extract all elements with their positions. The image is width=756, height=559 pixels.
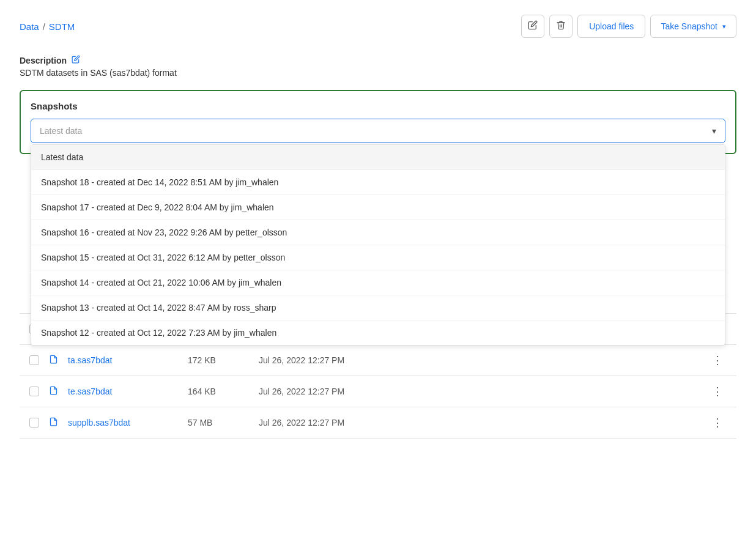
- snapshot-option-13[interactable]: Snapshot 13 - created at Oct 14, 2022 8:…: [31, 295, 725, 320]
- file-checkbox-3[interactable]: [29, 387, 39, 396]
- page-container: Data / SDTM: [0, 0, 756, 559]
- snapshot-chevron-icon: ▾: [722, 23, 726, 31]
- breadcrumb-separator: /: [43, 21, 45, 32]
- snapshot-option-16[interactable]: Snapshot 16 - created at Nov 23, 2022 9:…: [31, 220, 725, 245]
- file-date-4: Jul 26, 2022 12:27 PM: [259, 418, 699, 428]
- file-name-4[interactable]: supplb.sas7bdat: [68, 418, 178, 428]
- file-size-2: 172 KB: [188, 355, 249, 365]
- description-section: Description SDTM datasets in SAS (sas7bd…: [20, 55, 736, 78]
- file-icon-3: [49, 386, 58, 397]
- file-size-4: 57 MB: [188, 418, 249, 428]
- breadcrumb-current: SDTM: [49, 21, 75, 32]
- snapshot-option-latest[interactable]: Latest data: [31, 145, 725, 170]
- delete-button[interactable]: [549, 15, 573, 38]
- breadcrumb: Data / SDTM: [20, 21, 75, 32]
- file-checkbox-2[interactable]: [29, 355, 39, 365]
- snapshot-option-15[interactable]: Snapshot 15 - created at Oct 31, 2022 6:…: [31, 245, 725, 270]
- snapshot-option-12[interactable]: Snapshot 12 - created at Oct 12, 2022 7:…: [31, 320, 725, 345]
- snapshot-option-18[interactable]: Snapshot 18 - created at Dec 14, 2022 8:…: [31, 170, 725, 195]
- file-date-3: Jul 26, 2022 12:27 PM: [259, 387, 699, 396]
- snapshot-select[interactable]: Latest data ▾: [31, 119, 725, 143]
- description-label: Description: [20, 55, 736, 65]
- take-snapshot-button[interactable]: Take Snapshot ▾: [650, 15, 736, 38]
- snapshot-dropdown[interactable]: Latest data ▾ Latest data Snapshot 18 - …: [31, 119, 725, 143]
- file-name-3[interactable]: te.sas7bdat: [68, 387, 178, 396]
- file-checkbox-4[interactable]: [29, 418, 39, 428]
- breadcrumb-data-link[interactable]: Data: [20, 21, 39, 32]
- table-row: te.sas7bdat 164 KB Jul 26, 2022 12:27 PM…: [20, 376, 736, 407]
- header: Data / SDTM: [20, 15, 736, 38]
- snapshots-panel: Snapshots Latest data ▾ Latest data Snap…: [20, 90, 736, 154]
- snapshot-placeholder: Latest data: [40, 126, 82, 136]
- snapshot-dropdown-menu: Latest data Snapshot 18 - created at Dec…: [31, 144, 725, 346]
- file-icon-2: [49, 355, 58, 366]
- file-size-3: 164 KB: [188, 387, 249, 396]
- table-row: ta.sas7bdat 172 KB Jul 26, 2022 12:27 PM…: [20, 345, 736, 376]
- header-actions: Upload files Take Snapshot ▾: [521, 15, 736, 38]
- snapshots-title: Snapshots: [31, 101, 725, 111]
- trash-icon: [556, 20, 566, 32]
- file-date-2: Jul 26, 2022 12:27 PM: [259, 355, 699, 365]
- file-menu-4[interactable]: ⋮: [708, 415, 727, 431]
- take-snapshot-label: Take Snapshot: [661, 21, 717, 31]
- file-icon-4: [49, 417, 58, 428]
- snapshot-option-17[interactable]: Snapshot 17 - created at Dec 9, 2022 8:0…: [31, 195, 725, 220]
- description-edit-icon[interactable]: [72, 55, 80, 65]
- table-row: supplb.sas7bdat 57 MB Jul 26, 2022 12:27…: [20, 407, 736, 439]
- edit-icon: [528, 20, 538, 32]
- upload-files-label: Upload files: [589, 21, 634, 31]
- file-menu-2[interactable]: ⋮: [708, 352, 727, 368]
- file-name-2[interactable]: ta.sas7bdat: [68, 355, 178, 365]
- upload-files-button[interactable]: Upload files: [577, 15, 645, 38]
- dropdown-chevron-icon: ▾: [712, 126, 716, 136]
- edit-button[interactable]: [521, 15, 544, 38]
- description-text: SDTM datasets in SAS (sas7bdat) format: [20, 68, 736, 78]
- snapshot-option-14[interactable]: Snapshot 14 - created at Oct 21, 2022 10…: [31, 270, 725, 295]
- file-menu-3[interactable]: ⋮: [708, 383, 727, 399]
